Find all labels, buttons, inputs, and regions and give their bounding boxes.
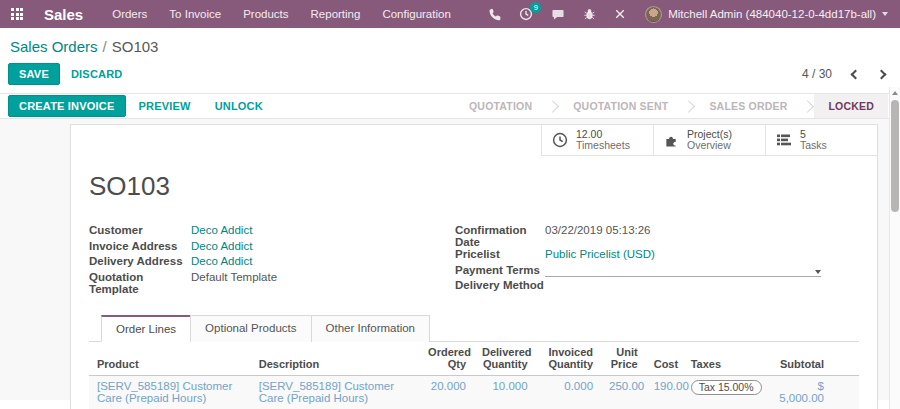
menu-orders[interactable]: Orders (101, 0, 158, 28)
col-invoiced-qty: Invoiced Quantity (536, 342, 601, 376)
order-lines-table: Product Description Ordered Qty Delivere… (89, 342, 859, 409)
breadcrumb: Sales Orders/SO103 (8, 36, 892, 63)
statusbar: QUOTATION QUOTATION SENT SALES ORDER LOC… (455, 94, 888, 118)
tasks-stat-button[interactable]: 5 Tasks (765, 125, 877, 156)
tab-optional-products[interactable]: Optional Products (190, 315, 311, 342)
col-delivered-qty: Delivered Quantity (474, 342, 536, 376)
cell-delivered[interactable]: 10.000 (474, 375, 536, 409)
col-ordered-qty: Ordered Qty (420, 342, 474, 376)
delivery-method-label: Delivery Method (455, 279, 545, 291)
project-overview-stat-button[interactable]: Project(s) Overview (653, 125, 765, 156)
tab-other-information[interactable]: Other Information (311, 315, 430, 342)
menu-products[interactable]: Products (232, 0, 299, 28)
vertical-scrollbar[interactable] (889, 87, 900, 409)
table-row[interactable]: [SERV_585189] Customer Care (Prepaid Hou… (89, 375, 859, 409)
apps-menu-icon[interactable] (0, 0, 34, 28)
cell-description[interactable]: [SERV_585189] Customer Care (Prepaid Hou… (251, 375, 420, 409)
pager-previous-icon[interactable] (844, 64, 866, 84)
pricelist-field[interactable]: Public Pricelist (USD) (545, 248, 655, 260)
confirmation-date-label: Confirmation Date (455, 224, 545, 248)
status-quotation-sent[interactable]: QUOTATION SENT (559, 94, 682, 118)
cell-invoiced[interactable]: 0.000 (536, 375, 601, 409)
confirmation-date-field: 03/22/2019 05:13:26 (545, 224, 651, 236)
status-sales-order[interactable]: SALES ORDER (695, 94, 801, 118)
cell-taxes[interactable]: Tax 15.00% (683, 375, 765, 409)
activity-badge: 9 (530, 2, 541, 13)
save-button[interactable]: SAVE (8, 63, 60, 85)
phone-icon[interactable] (479, 0, 510, 28)
discard-button[interactable]: DISCARD (60, 63, 134, 85)
unlock-button[interactable]: UNLOCK (204, 95, 274, 117)
pricelist-label: Pricelist (455, 248, 545, 260)
cell-cost[interactable]: 190.00 (646, 375, 683, 409)
menu-to-invoice[interactable]: To Invoice (158, 0, 232, 28)
project-overview-label: Overview (687, 140, 732, 152)
breadcrumb-parent[interactable]: Sales Orders (10, 38, 98, 55)
pager-next-icon[interactable] (870, 64, 892, 84)
cell-product[interactable]: [SERV_585189] Customer Care (Prepaid Hou… (89, 375, 251, 409)
col-product: Product (89, 342, 251, 376)
chevron-separator-icon (802, 100, 815, 113)
pager: 4 / 30 (802, 64, 892, 84)
chevron-separator-icon (546, 100, 559, 113)
col-unit-price: Unit Price (601, 342, 646, 376)
tasks-icon (776, 133, 792, 147)
main-menu: Orders To Invoice Products Reporting Con… (101, 0, 462, 28)
cell-unit-price[interactable]: 250.00 (601, 375, 646, 409)
create-invoice-button[interactable]: CREATE INVOICE (8, 95, 126, 117)
control-panel: Sales Orders/SO103 SAVE DISCARD 4 / 30 (0, 28, 900, 93)
scroll-up-icon[interactable] (892, 91, 898, 95)
menu-configuration[interactable]: Configuration (371, 0, 461, 28)
breadcrumb-current: SO103 (112, 38, 159, 55)
action-statusbar-row: CREATE INVOICE PREVIEW UNLOCK QUOTATION … (0, 93, 900, 119)
breadcrumb-separator: / (98, 38, 112, 55)
chevron-down-icon (882, 12, 888, 16)
timesheets-label: Timesheets (576, 140, 630, 152)
delivery-address-field[interactable]: Deco Addict (191, 255, 252, 267)
chevron-separator-icon (683, 100, 696, 113)
tasks-label: Tasks (800, 140, 827, 152)
status-quotation[interactable]: QUOTATION (455, 94, 546, 118)
col-description: Description (251, 342, 420, 376)
customer-field[interactable]: Deco Addict (191, 224, 252, 236)
user-menu[interactable]: Mitchell Admin (484040-12-0-4dd17b-all) (635, 6, 900, 23)
notebook-tabs: Order Lines Optional Products Other Info… (89, 315, 859, 342)
payment-terms-field[interactable] (545, 264, 821, 277)
content-area: 12.00 Timesheets Project(s) Overview (0, 119, 900, 400)
tab-order-lines[interactable]: Order Lines (101, 315, 191, 342)
user-name: Mitchell Admin (484040-12-0-4dd17b-all) (668, 8, 876, 20)
avatar (645, 6, 662, 23)
tax-badge: Tax 15.00% (691, 380, 762, 396)
delivery-address-label: Delivery Address (89, 255, 191, 267)
field-groups: Customer Deco Addict Invoice Address Dec… (89, 224, 859, 295)
col-subtotal: Subtotal (764, 342, 832, 376)
invoice-address-field[interactable]: Deco Addict (191, 240, 252, 252)
col-taxes: Taxes (683, 342, 765, 376)
form-sheet: 12.00 Timesheets Project(s) Overview (70, 124, 878, 409)
cell-ordered[interactable]: 20.000 (420, 375, 474, 409)
page-title: SO103 (89, 171, 859, 202)
table-header-row: Product Description Ordered Qty Delivere… (89, 342, 859, 376)
customer-label: Customer (89, 224, 191, 236)
col-cost: Cost (646, 342, 683, 376)
chevron-down-icon (815, 270, 821, 274)
scrollbar-thumb[interactable] (891, 100, 899, 212)
puzzle-icon (664, 133, 679, 148)
chat-icon[interactable] (542, 0, 574, 28)
quotation-template-label: Quotation Template (89, 271, 191, 295)
stat-button-box: 12.00 Timesheets Project(s) Overview (71, 125, 877, 156)
status-locked[interactable]: LOCKED (814, 94, 888, 118)
timesheets-stat-button[interactable]: 12.00 Timesheets (541, 125, 653, 156)
cell-subtotal[interactable]: $ 5,000.00 (764, 375, 832, 409)
payment-terms-label: Payment Terms (455, 264, 545, 276)
quotation-template-field: Default Template (191, 271, 277, 283)
app-name[interactable]: Sales (34, 6, 101, 23)
top-navbar: Sales Orders To Invoice Products Reporti… (0, 0, 900, 28)
close-tools-icon[interactable] (605, 0, 635, 28)
activity-clock-icon[interactable]: 9 (510, 0, 542, 28)
invoice-address-label: Invoice Address (89, 240, 191, 252)
pager-value[interactable]: 4 / 30 (802, 67, 832, 81)
bug-icon[interactable] (574, 0, 605, 28)
preview-button[interactable]: PREVIEW (128, 95, 202, 117)
menu-reporting[interactable]: Reporting (300, 0, 372, 28)
